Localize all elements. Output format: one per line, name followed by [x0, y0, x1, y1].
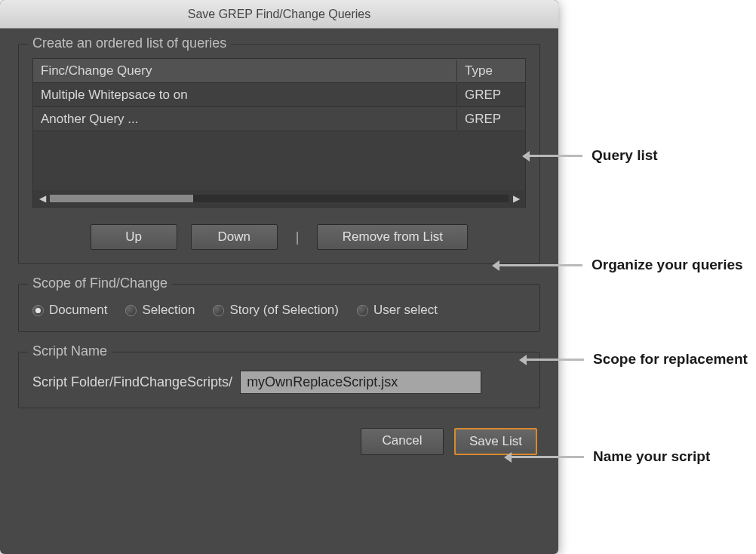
radio-icon: [357, 305, 368, 316]
separator-pipe: |: [291, 229, 304, 245]
down-button[interactable]: Down: [191, 224, 278, 250]
arrow-icon: [528, 155, 582, 157]
scroll-thumb[interactable]: [50, 195, 193, 202]
query-table-header: Finc/Change Query Type: [33, 59, 525, 83]
annotation-label: Name your script: [584, 448, 710, 465]
scroll-right-icon[interactable]: ▶: [512, 193, 521, 204]
cell-query: Multiple Whitepsace to on: [33, 85, 457, 106]
script-name-fieldset: Script Name Script Folder/FindChangeScri…: [18, 352, 540, 408]
horizontal-scrollbar[interactable]: ◀ ▶: [33, 190, 525, 207]
list-organize-buttons: Up Down | Remove from List: [32, 224, 526, 250]
radio-icon: [32, 305, 44, 316]
scope-fieldset: Scope of Find/Change Document Selection …: [18, 284, 540, 332]
queries-legend: Create an ordered list of queries: [28, 35, 231, 51]
scope-radio-group: Document Selection Story (of Selection) …: [32, 298, 526, 318]
radio-icon: [125, 305, 137, 316]
radio-dot-icon: [35, 308, 41, 313]
radio-label: Story (of Selection): [229, 303, 339, 318]
cell-type: GREP: [457, 85, 525, 106]
arrow-icon: [498, 264, 582, 266]
scroll-left-icon[interactable]: ◀: [38, 193, 47, 204]
annotation-organize: Organize your queries: [498, 257, 743, 273]
script-path-label: Script Folder/FindChangeScripts/: [32, 374, 232, 390]
table-row[interactable]: Multiple Whitepsace to on GREP: [33, 83, 525, 107]
query-table-empty-area: [33, 131, 525, 190]
dialog-title: Save GREP Find/Change Queries: [188, 8, 371, 21]
col-header-type: Type: [457, 60, 525, 82]
radio-icon: [213, 305, 224, 316]
dialog-action-buttons: Cancel Save List: [18, 428, 540, 455]
annotation-query-list: Query list: [528, 147, 658, 164]
arrow-icon: [525, 359, 584, 361]
dialog-body: Create an ordered list of queries Finc/C…: [0, 29, 558, 473]
col-header-query: Finc/Change Query: [33, 60, 457, 82]
save-grep-dialog: Save GREP Find/Change Queries Create an …: [0, 0, 558, 554]
table-row[interactable]: Another Query ... GREP: [33, 107, 525, 131]
scope-radio-story[interactable]: Story (of Selection): [213, 303, 339, 318]
annotation-label: Query list: [582, 147, 658, 164]
annotation-scope: Scope for replacement: [525, 351, 748, 368]
up-button[interactable]: Up: [91, 224, 177, 250]
scope-radio-user-select[interactable]: User select: [357, 303, 438, 318]
radio-label: Selection: [142, 303, 195, 318]
remove-from-list-button[interactable]: Remove from List: [317, 224, 468, 250]
dialog-titlebar: Save GREP Find/Change Queries: [0, 0, 558, 29]
cell-type: GREP: [457, 109, 525, 130]
script-row: Script Folder/FindChangeScripts/: [32, 366, 526, 394]
cell-query: Another Query ...: [33, 109, 457, 130]
scope-radio-selection[interactable]: Selection: [125, 303, 195, 318]
arrow-icon: [510, 456, 584, 458]
annotation-name-script: Name your script: [510, 448, 710, 465]
scope-legend: Scope of Find/Change: [28, 275, 172, 291]
annotation-label: Organize your queries: [582, 257, 743, 273]
cancel-button[interactable]: Cancel: [361, 428, 444, 455]
annotation-label: Scope for replacement: [584, 351, 748, 368]
script-legend: Script Name: [28, 343, 112, 359]
script-filename-input[interactable]: [240, 371, 481, 394]
scope-radio-document[interactable]: Document: [32, 303, 107, 318]
scroll-track[interactable]: [50, 195, 509, 202]
queries-fieldset: Create an ordered list of queries Finc/C…: [18, 44, 540, 264]
radio-label: Document: [49, 303, 107, 318]
radio-label: User select: [373, 303, 438, 318]
query-table: Finc/Change Query Type Multiple Whitepsa…: [32, 58, 526, 208]
